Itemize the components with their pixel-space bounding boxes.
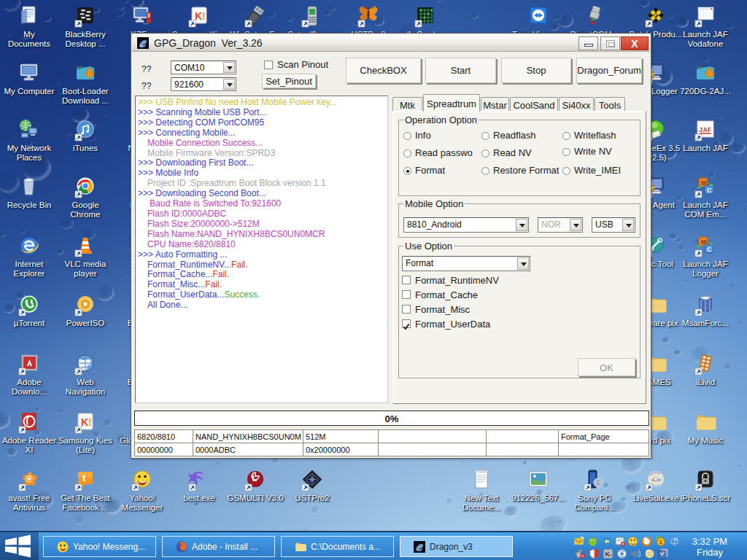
svg-text:K: K: [81, 416, 88, 428]
svg-text:!: !: [88, 416, 92, 428]
svg-text:K: K: [605, 551, 611, 558]
svg-text:1: 1: [659, 539, 663, 545]
svg-text:C: C: [707, 246, 712, 253]
svg-text:uLive: uLive: [651, 478, 662, 482]
svg-text:t: t: [82, 472, 86, 483]
svg-text:C: C: [707, 187, 712, 194]
svg-text:K: K: [195, 10, 202, 22]
svg-text:!: !: [202, 10, 206, 22]
